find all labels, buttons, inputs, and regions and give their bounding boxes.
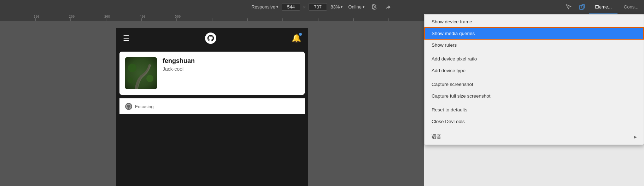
zoom-chevron-icon: ▾ xyxy=(341,5,343,9)
dimension-separator: × xyxy=(301,4,307,10)
menu-item-label: Capture full size screenshot xyxy=(432,93,491,99)
tab-console-label: Cons... xyxy=(624,4,638,10)
menu-item-show-device-frame[interactable]: Show device frame xyxy=(425,16,644,28)
hamburger-icon: ☰ xyxy=(123,34,129,42)
svg-point-19 xyxy=(128,64,136,72)
device-chevron-icon: ▾ xyxy=(276,5,278,9)
profile-info: fengshuan Jack-cool xyxy=(163,57,299,72)
svg-text:100: 100 xyxy=(34,15,39,18)
network-button[interactable]: Online ▾ xyxy=(346,3,367,11)
menu-item-show-media-queries[interactable]: Show media queries xyxy=(425,28,644,39)
svg-text:200: 200 xyxy=(69,15,75,18)
device-selector-label: Responsive xyxy=(251,4,275,10)
menu-item-add-device-type[interactable]: Add device type xyxy=(425,65,644,76)
zoom-label: 83% xyxy=(330,4,340,10)
viewport-height-input[interactable] xyxy=(309,3,327,11)
menu-item-show-rulers[interactable]: Show rulers xyxy=(425,39,644,51)
menu-item-label: Show device frame xyxy=(432,19,472,24)
viewport-area: 100 200 300 400 500 ☰ xyxy=(0,14,424,186)
main-area: 100 200 300 400 500 ☰ xyxy=(0,14,644,186)
menu-item-close-devtools[interactable]: Close DevTools xyxy=(425,116,644,127)
mobile-viewport: ☰ 🔔 xyxy=(116,28,308,186)
svg-text:300: 300 xyxy=(104,15,110,18)
svg-text:500: 500 xyxy=(175,15,181,18)
menu-item-label: Close DevTools xyxy=(432,119,465,124)
menu-item-capture-screenshot[interactable]: Capture screenshot xyxy=(425,79,644,90)
menu-item-label: Add device type xyxy=(432,68,466,73)
status-avatar xyxy=(125,103,132,110)
network-chevron-icon: ▾ xyxy=(363,5,364,9)
ruler-horizontal: 100 200 300 400 500 xyxy=(0,14,424,21)
rotate-button[interactable] xyxy=(368,1,381,13)
inspect-icon xyxy=(566,4,572,10)
profile-handle: Jack-cool xyxy=(163,66,299,72)
device-toggle-button[interactable] xyxy=(576,1,589,13)
menu-item-capture-full-size-screenshot[interactable]: Capture full size screenshot xyxy=(425,90,644,102)
right-panel: Show device frame Show media queries Sho… xyxy=(424,14,644,186)
status-text: Focusing xyxy=(135,104,154,109)
toolbar-controls: Responsive ▾ × 83% ▾ Online ▾ xyxy=(3,1,641,13)
svg-text:400: 400 xyxy=(140,15,145,18)
notification-bell-wrapper: 🔔 xyxy=(292,34,301,43)
github-logo xyxy=(205,33,216,44)
menu-item-reset-to-defaults[interactable]: Reset to defaults xyxy=(425,104,644,116)
context-menu: Show device frame Show media queries Sho… xyxy=(424,14,644,145)
page-content-area: ☰ 🔔 xyxy=(0,21,424,186)
notification-dot xyxy=(299,33,302,36)
menu-item-add-device-pixel-ratio[interactable]: Add device pixel ratio xyxy=(425,53,644,65)
status-row: Focusing xyxy=(119,98,305,114)
tab-console-button[interactable]: Cons... xyxy=(618,0,644,14)
tab-elements-label: Eleme... xyxy=(595,4,612,10)
more-options-button[interactable] xyxy=(382,1,395,13)
menu-item-label: 语音 xyxy=(432,134,441,140)
zoom-button[interactable]: 83% ▾ xyxy=(328,3,345,11)
viewport-width-input[interactable] xyxy=(282,3,300,11)
profile-card: fengshuan Jack-cool xyxy=(119,52,305,95)
svg-point-21 xyxy=(128,77,133,83)
inspect-button[interactable] xyxy=(562,1,575,13)
menu-item-label: Reset to defaults xyxy=(432,107,467,112)
mobile-header: ☰ 🔔 xyxy=(116,28,308,48)
profile-image xyxy=(125,57,157,89)
chevron-right-icon: ▶ xyxy=(634,135,637,139)
menu-item-label: Add device pixel ratio xyxy=(432,56,477,62)
menu-item-label: Show rulers xyxy=(432,42,457,48)
menu-item-label: Show media queries xyxy=(432,31,475,36)
menu-item-label: Capture screenshot xyxy=(432,82,473,87)
toolbar-right: Eleme... Cons... xyxy=(562,0,644,14)
profile-name: fengshuan xyxy=(163,57,299,65)
rotate-icon xyxy=(371,4,377,10)
device-selector-button[interactable]: Responsive ▾ xyxy=(249,3,280,11)
network-label: Online xyxy=(348,4,362,10)
menu-item-language[interactable]: 语音 ▶ xyxy=(425,130,644,143)
devtools-toolbar: Responsive ▾ × 83% ▾ Online ▾ xyxy=(0,0,644,14)
svg-rect-18 xyxy=(125,57,157,89)
svg-rect-0 xyxy=(580,5,583,10)
device-toggle-icon xyxy=(579,4,585,10)
more-options-icon xyxy=(386,4,391,10)
svg-point-20 xyxy=(146,75,153,82)
menu-divider xyxy=(425,129,644,129)
tab-elements-button[interactable]: Eleme... xyxy=(589,0,617,14)
